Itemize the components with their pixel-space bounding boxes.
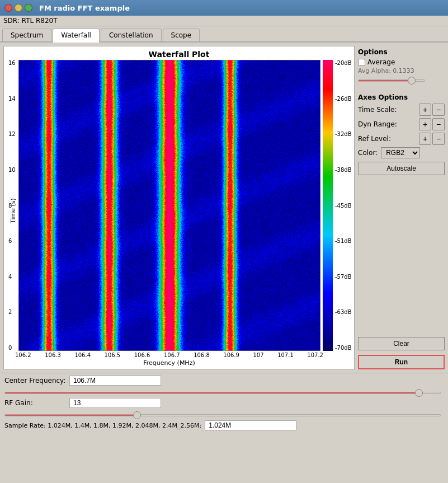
ref-level-label: Ref Level: [358,135,394,143]
color-label: Color: [358,149,378,157]
close-button[interactable] [4,4,12,12]
tabs-bar: Spectrum Waterfall Constellation Scope [0,26,448,43]
dyn-range-buttons: + − [419,118,445,130]
ref-level-plus[interactable]: + [419,133,431,145]
center-freq-slider[interactable] [4,392,441,394]
dyn-range-minus[interactable]: − [432,118,445,130]
clear-button[interactable]: Clear [358,337,445,350]
rf-gain-row: RF Gain: [4,398,444,408]
colorbar-container: -20dB -26dB -32dB -38dB -45dB -51dB -57d… [323,60,351,351]
rf-gain-input[interactable] [69,398,161,408]
dyn-range-plus[interactable]: + [419,118,431,130]
run-button[interactable]: Run [358,355,445,369]
time-scale-minus[interactable]: − [432,104,445,116]
alpha-slider[interactable] [358,79,425,82]
time-scale-label: Time Scale: [358,106,397,114]
sdr-label: SDR: RTL R820T [0,16,448,26]
rf-gain-label: RF Gain: [4,399,66,407]
ref-level-row: Ref Level: + − [358,133,445,145]
options-section: Options Average Avg Alpha: 0.1333 [358,48,445,88]
center-freq-input[interactable] [69,376,161,386]
dyn-range-label: Dyn Range: [358,120,397,128]
main-content: Waterfall Plot Time (s) 0 2 4 6 8 10 12 … [0,43,448,373]
autoscale-button[interactable]: Autoscale [358,162,445,175]
plot-title: Waterfall Plot [4,46,354,60]
maximize-button[interactable] [25,4,32,12]
window-controls[interactable] [4,4,32,12]
tab-spectrum[interactable]: Spectrum [2,29,51,41]
tab-scope[interactable]: Scope [163,29,200,41]
waterfall-plot[interactable] [18,60,320,351]
colorbar [323,60,333,351]
sample-rate-row: Sample Rate: 1.024M, 1.4M, 1.8M, 1.92M, … [4,420,444,430]
titlebar: FM radio FFT example [0,0,448,16]
center-freq-row: Center Frequency: [4,376,444,386]
plot-area: Time (s) 0 2 4 6 8 10 12 14 16 [4,60,354,351]
tab-constellation[interactable]: Constellation [101,29,162,41]
average-checkbox[interactable] [358,59,365,66]
time-scale-row: Time Scale: + − [358,104,445,116]
sample-rate-label: Sample Rate: 1.024M, 1.4M, 1.8M, 1.92M, … [4,422,201,429]
rf-gain-slider[interactable] [4,414,441,416]
colorbar-labels: -20dB -26dB -32dB -38dB -45dB -51dB -57d… [335,60,352,351]
average-label: Average [367,58,395,66]
plot-container: Waterfall Plot Time (s) 0 2 4 6 8 10 12 … [3,46,355,369]
color-select[interactable]: RGB2 Hot Cool Blues [381,147,420,158]
right-panel: Options Average Avg Alpha: 0.1333 Axes O… [358,46,445,369]
x-axis-label: Frequency (MHz) [15,359,323,369]
average-row: Average [358,58,445,66]
bottom-controls: Center Frequency: RF Gain: Sample Rate: … [0,373,448,433]
alpha-slider-row [358,76,445,83]
avg-alpha-row: Avg Alpha: 0.1333 [358,67,445,74]
axes-options-section: Axes Options Time Scale: + − Dyn Range: … [358,93,445,177]
tab-waterfall[interactable]: Waterfall [53,29,100,43]
color-row: Color: RGB2 Hot Cool Blues [358,147,445,158]
minimize-button[interactable] [15,4,22,12]
center-freq-label: Center Frequency: [4,377,66,384]
ref-level-minus[interactable]: − [432,133,445,145]
time-scale-buttons: + − [419,104,445,116]
axes-options-title: Axes Options [358,93,445,101]
y-ticks: 0 2 4 6 8 10 12 14 16 [8,60,16,351]
dyn-range-row: Dyn Range: + − [358,118,445,130]
time-scale-plus[interactable]: + [419,104,431,116]
x-axis-ticks: 106.2 106.3 106.4 106.5 106.6 106.7 106.… [15,351,354,369]
waterfall-wrapper: 0 2 4 6 8 10 12 14 16 [18,60,320,351]
ref-level-buttons: + − [419,133,445,145]
sample-rate-input[interactable] [205,420,296,430]
window-title: FM radio FFT example [39,4,130,12]
options-title: Options [358,48,445,56]
